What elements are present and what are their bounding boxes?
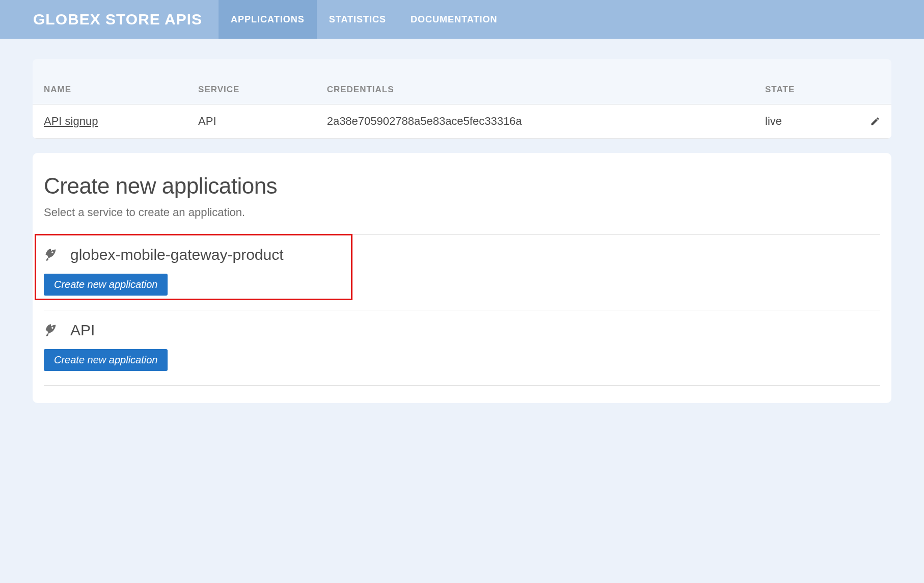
col-credentials: CREDENTIALS bbox=[316, 85, 754, 104]
app-name-link[interactable]: API signup bbox=[44, 115, 98, 127]
service-name: API bbox=[70, 322, 95, 339]
create-new-application-button[interactable]: Create new application bbox=[44, 349, 168, 371]
nav-statistics[interactable]: STATISTICS bbox=[317, 0, 398, 39]
nav-applications[interactable]: APPLICATIONS bbox=[219, 0, 317, 39]
edit-button[interactable] bbox=[859, 104, 891, 139]
create-subtitle: Select a service to create an applicatio… bbox=[44, 206, 880, 219]
service-block-globex-mobile-gateway-product: globex-mobile-gateway-product Create new… bbox=[44, 235, 880, 310]
service-name: globex-mobile-gateway-product bbox=[70, 246, 284, 263]
applications-table-card: NAME SERVICE CREDENTIALS STATE API signu… bbox=[33, 59, 891, 139]
rocket-icon bbox=[44, 323, 58, 337]
app-credentials: 2a38e705902788a5e83ace5fec33316a bbox=[316, 104, 754, 139]
nav-documentation[interactable]: DOCUMENTATION bbox=[398, 0, 509, 39]
col-name: NAME bbox=[33, 85, 187, 104]
app-state: live bbox=[754, 104, 859, 139]
app-service: API bbox=[187, 104, 316, 139]
table-row: API signup API 2a38e705902788a5e83ace5fe… bbox=[33, 104, 891, 139]
col-service: SERVICE bbox=[187, 85, 316, 104]
col-actions bbox=[859, 85, 891, 104]
service-block-api: API Create new application bbox=[44, 310, 880, 386]
applications-table: NAME SERVICE CREDENTIALS STATE API signu… bbox=[33, 85, 891, 139]
create-new-application-button[interactable]: Create new application bbox=[44, 274, 168, 296]
col-state: STATE bbox=[754, 85, 859, 104]
service-heading: globex-mobile-gateway-product bbox=[44, 246, 880, 263]
top-nav-bar: GLOBEX STORE APIS APPLICATIONS STATISTIC… bbox=[0, 0, 924, 39]
brand-title: GLOBEX STORE APIS bbox=[33, 11, 202, 28]
rocket-icon bbox=[44, 248, 58, 262]
create-title: Create new applications bbox=[44, 173, 880, 199]
pencil-icon bbox=[870, 116, 880, 126]
nav: APPLICATIONS STATISTICS DOCUMENTATION bbox=[219, 0, 509, 39]
service-heading: API bbox=[44, 322, 880, 339]
create-applications-card: Create new applications Select a service… bbox=[33, 153, 891, 403]
